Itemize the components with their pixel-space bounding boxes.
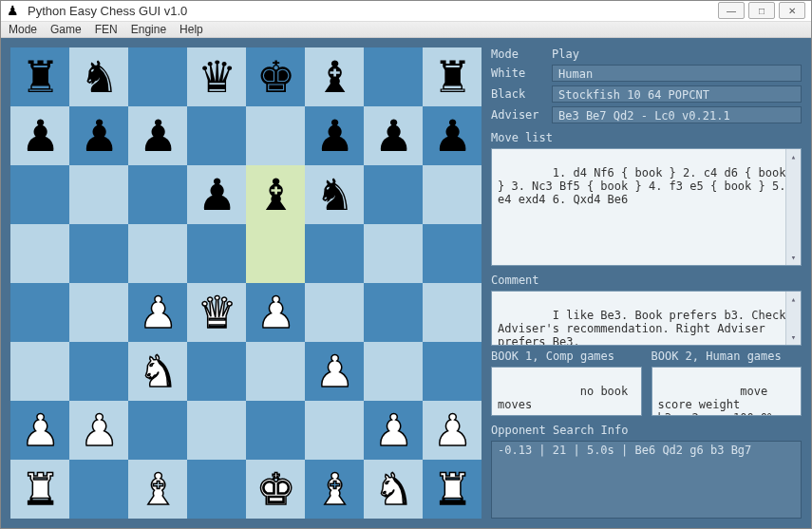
square-d5[interactable] <box>187 224 246 283</box>
black-rook-icon[interactable]: ♜ <box>21 55 60 99</box>
square-b7[interactable]: ♟ <box>69 106 128 165</box>
black-pawn-icon[interactable]: ♟ <box>374 114 413 158</box>
adviser-field[interactable]: Be3 Be7 Qd2 - Lc0 v0.21.1 <box>552 106 802 123</box>
square-f5[interactable] <box>305 224 364 283</box>
square-c2[interactable] <box>128 401 187 460</box>
square-e4[interactable]: ♟ <box>246 283 305 342</box>
menu-engine[interactable]: Engine <box>131 23 166 36</box>
square-h7[interactable]: ♟ <box>423 106 482 165</box>
square-f7[interactable]: ♟ <box>305 106 364 165</box>
white-rook-icon[interactable]: ♜ <box>21 467 60 511</box>
white-bishop-icon[interactable]: ♝ <box>315 467 354 511</box>
square-g6[interactable] <box>364 165 423 224</box>
square-f3[interactable]: ♟ <box>305 342 364 401</box>
square-c4[interactable]: ♟ <box>128 283 187 342</box>
square-b4[interactable] <box>69 283 128 342</box>
black-pawn-icon[interactable]: ♟ <box>315 114 354 158</box>
movelist-scrollbar[interactable]: ▴ ▾ <box>785 149 801 265</box>
movelist-box[interactable]: 1. d4 Nf6 { book } 2. c4 d6 { book } 3. … <box>491 148 802 266</box>
black-knight-icon[interactable]: ♞ <box>80 55 119 99</box>
white-queen-icon[interactable]: ♛ <box>198 291 236 334</box>
square-c1[interactable]: ♝ <box>128 460 187 519</box>
black-queen-icon[interactable]: ♛ <box>198 55 236 99</box>
square-a3[interactable] <box>10 342 69 401</box>
black-pawn-icon[interactable]: ♟ <box>198 173 236 217</box>
square-g4[interactable] <box>364 283 423 342</box>
white-pawn-icon[interactable]: ♟ <box>433 408 472 452</box>
comment-box[interactable]: I like Be3. Book prefers b3. Check Advis… <box>491 291 802 346</box>
square-h1[interactable]: ♜ <box>423 460 482 519</box>
square-c7[interactable]: ♟ <box>128 106 187 165</box>
square-g5[interactable] <box>364 224 423 283</box>
square-h5[interactable] <box>423 224 482 283</box>
square-b2[interactable]: ♟ <box>69 401 128 460</box>
square-f4[interactable] <box>305 283 364 342</box>
square-g2[interactable]: ♟ <box>364 401 423 460</box>
black-pawn-icon[interactable]: ♟ <box>80 114 119 158</box>
square-e7[interactable] <box>246 106 305 165</box>
square-g8[interactable] <box>364 47 423 106</box>
white-field[interactable]: Human <box>552 65 802 82</box>
white-pawn-icon[interactable]: ♟ <box>374 408 413 452</box>
square-h3[interactable] <box>423 342 482 401</box>
square-d6[interactable]: ♟ <box>187 165 246 224</box>
square-b5[interactable] <box>69 224 128 283</box>
white-pawn-icon[interactable]: ♟ <box>315 350 354 393</box>
black-pawn-icon[interactable]: ♟ <box>139 114 178 158</box>
white-knight-icon[interactable]: ♞ <box>139 350 178 393</box>
square-g3[interactable] <box>364 342 423 401</box>
square-e1[interactable]: ♚ <box>246 460 305 519</box>
scroll-down-icon[interactable]: ▾ <box>786 330 801 345</box>
book1-box[interactable]: no book moves <box>491 367 642 416</box>
square-b3[interactable] <box>69 342 128 401</box>
square-h2[interactable]: ♟ <box>423 401 482 460</box>
square-e6[interactable]: ♝ <box>246 165 305 224</box>
white-pawn-icon[interactable]: ♟ <box>80 408 119 452</box>
square-a1[interactable]: ♜ <box>10 460 69 519</box>
black-pawn-icon[interactable]: ♟ <box>21 114 60 158</box>
minimize-button[interactable]: — <box>718 2 745 19</box>
square-a6[interactable] <box>10 165 69 224</box>
square-h8[interactable]: ♜ <box>423 47 482 106</box>
menu-fen[interactable]: FEN <box>95 23 118 36</box>
square-c3[interactable]: ♞ <box>128 342 187 401</box>
black-rook-icon[interactable]: ♜ <box>433 55 472 99</box>
square-f8[interactable]: ♝ <box>305 47 364 106</box>
square-h4[interactable] <box>423 283 482 342</box>
white-king-icon[interactable]: ♚ <box>256 467 295 511</box>
square-g7[interactable]: ♟ <box>364 106 423 165</box>
square-a8[interactable]: ♜ <box>10 47 69 106</box>
black-pawn-icon[interactable]: ♟ <box>433 114 472 158</box>
white-knight-icon[interactable]: ♞ <box>374 467 413 511</box>
square-e3[interactable] <box>246 342 305 401</box>
square-f1[interactable]: ♝ <box>305 460 364 519</box>
square-f6[interactable]: ♞ <box>305 165 364 224</box>
square-d8[interactable]: ♛ <box>187 47 246 106</box>
square-d3[interactable] <box>187 342 246 401</box>
square-g1[interactable]: ♞ <box>364 460 423 519</box>
white-rook-icon[interactable]: ♜ <box>433 467 472 511</box>
white-bishop-icon[interactable]: ♝ <box>139 467 178 511</box>
black-bishop-icon[interactable]: ♝ <box>256 173 295 217</box>
square-f2[interactable] <box>305 401 364 460</box>
square-b1[interactable] <box>69 460 128 519</box>
square-c6[interactable] <box>128 165 187 224</box>
square-b6[interactable] <box>69 165 128 224</box>
square-a7[interactable]: ♟ <box>10 106 69 165</box>
square-d1[interactable] <box>187 460 246 519</box>
maximize-button[interactable]: □ <box>748 2 775 19</box>
square-h6[interactable] <box>423 165 482 224</box>
white-pawn-icon[interactable]: ♟ <box>139 291 178 334</box>
black-bishop-icon[interactable]: ♝ <box>315 55 354 99</box>
menu-game[interactable]: Game <box>50 23 82 36</box>
square-b8[interactable]: ♞ <box>69 47 128 106</box>
comment-scrollbar[interactable]: ▴ ▾ <box>785 292 801 345</box>
white-pawn-icon[interactable]: ♟ <box>21 408 60 452</box>
book2-box[interactable]: move score weight b3 2 100.0% <box>651 367 803 416</box>
black-field[interactable]: Stockfish 10 64 POPCNT <box>552 85 802 103</box>
square-a5[interactable] <box>10 224 69 283</box>
square-c5[interactable] <box>128 224 187 283</box>
square-d7[interactable] <box>187 106 246 165</box>
white-pawn-icon[interactable]: ♟ <box>256 291 295 334</box>
square-c8[interactable] <box>128 47 187 106</box>
